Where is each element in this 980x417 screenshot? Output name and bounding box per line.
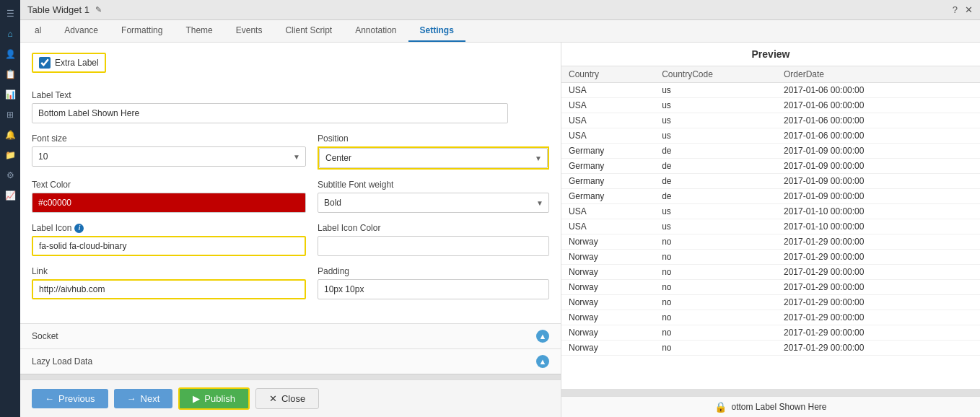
table-row: Norway no 2017-01-29 00:00:00 (561, 234, 980, 250)
next-button[interactable]: → Next (114, 389, 173, 408)
tab-theme[interactable]: Theme (174, 20, 224, 42)
title-bar-left: Table Widget 1 ✎ (27, 4, 102, 15)
cell-code: no (655, 280, 776, 295)
table-row: USA us 2017-01-06 00:00:00 (561, 83, 980, 98)
publish-button[interactable]: ▶ Publish (178, 387, 250, 410)
cell-date: 2017-01-06 00:00:00 (776, 113, 953, 128)
padding-col: Padding (318, 266, 549, 299)
cell-date: 2017-01-29 00:00:00 (776, 250, 953, 265)
tab-advance[interactable]: Advance (53, 20, 110, 42)
footer-lock-icon: 🔒 (714, 401, 727, 413)
preview-table: Country CountryCode OrderDate USA us 201… (561, 66, 980, 356)
link-label: Link (32, 266, 306, 276)
label-icon-label: Label Icon (32, 223, 71, 233)
cell-code: no (655, 250, 776, 265)
tab-client-script[interactable]: Client Script (274, 20, 344, 42)
cell-code: no (655, 341, 776, 356)
label-icon-info-icon[interactable]: i (74, 224, 84, 233)
label-icon-input[interactable] (32, 236, 306, 256)
cell-extra (953, 204, 980, 219)
cell-date: 2017-01-29 00:00:00 (776, 325, 953, 341)
extra-label-checkbox[interactable] (39, 57, 51, 69)
previous-label: Previous (58, 393, 95, 404)
cell-extra (953, 295, 980, 310)
label-icon-color-input[interactable] (318, 236, 549, 256)
sidebar-icon-charts[interactable]: 📊 (2, 87, 18, 102)
sidebar-icon-users[interactable]: 👤 (2, 46, 18, 62)
tab-formatting[interactable]: Formatting (110, 20, 174, 42)
cell-extra (953, 341, 980, 356)
cell-country: Norway (561, 341, 655, 356)
title-bar-right: ? ✕ (953, 4, 973, 15)
tab-settings[interactable]: Settings (408, 20, 465, 42)
lazy-load-section[interactable]: Lazy Load Data ▲ (20, 348, 561, 374)
label-icon-col: Label Icon i (32, 223, 306, 256)
sidebar-icon-home[interactable]: ⌂ (2, 26, 18, 42)
tab-al[interactable]: al (23, 20, 53, 42)
tabs-bar: al Advance Formatting Theme Events Clien… (20, 20, 980, 43)
table-row: USA us 2017-01-10 00:00:00 (561, 204, 980, 219)
cell-date: 2017-01-10 00:00:00 (776, 204, 953, 219)
sidebar-icon-files[interactable]: 📁 (2, 147, 18, 163)
cell-date: 2017-01-29 00:00:00 (776, 234, 953, 250)
font-size-col: Font size 10121416 ▼ (32, 133, 306, 170)
socket-collapse-icon: ▲ (536, 330, 549, 343)
link-input[interactable] (32, 279, 306, 299)
cell-code: us (655, 128, 776, 144)
position-col: Position LeftCenterRight ▼ (318, 133, 549, 170)
close-window-button[interactable]: ✕ (965, 4, 973, 15)
extra-label-label: Extra Label (55, 58, 99, 68)
table-row: Norway no 2017-01-29 00:00:00 (561, 265, 980, 280)
socket-section[interactable]: Socket ▲ (20, 323, 561, 348)
cell-country: Germany (561, 159, 655, 174)
cell-date: 2017-01-29 00:00:00 (776, 280, 953, 295)
sidebar-icon-analytics[interactable]: 📈 (2, 188, 18, 203)
sidebar-icon-settings[interactable]: ⚙ (2, 167, 18, 183)
cell-code: no (655, 295, 776, 310)
cell-code: us (655, 83, 776, 98)
font-size-label: Font size (32, 133, 306, 144)
title-bar: Table Widget 1 ✎ ? ✕ (20, 0, 980, 20)
position-select[interactable]: LeftCenterRight (319, 148, 548, 168)
font-size-select[interactable]: 10121416 (32, 146, 306, 167)
sidebar-icon-menu[interactable]: ☰ (2, 6, 18, 22)
subtitle-font-weight-select[interactable]: NormalBoldBolder (318, 193, 549, 213)
sidebar-icon-widgets[interactable]: ⊞ (2, 107, 18, 123)
preview-table-wrapper[interactable]: Country CountryCode OrderDate USA us 201… (561, 66, 980, 389)
sidebar-icon-reports[interactable]: 📋 (2, 66, 18, 82)
table-row: Norway no 2017-01-29 00:00:00 (561, 325, 980, 341)
cell-date: 2017-01-09 00:00:00 (776, 144, 953, 159)
sidebar-icon-alerts[interactable]: 🔔 (2, 127, 18, 143)
preview-h-scrollbar[interactable] (561, 389, 980, 396)
previous-button[interactable]: ← Previous (32, 389, 108, 408)
font-size-position-row: Font size 10121416 ▼ Position LeftCe (32, 133, 549, 170)
edit-title-icon[interactable]: ✎ (95, 5, 102, 14)
cell-country: Norway (561, 280, 655, 295)
cell-extra (953, 159, 980, 174)
table-row: Germany de 2017-01-09 00:00:00 (561, 174, 980, 189)
cell-country: USA (561, 113, 655, 128)
tab-annotation[interactable]: Annotation (344, 20, 408, 42)
close-label: Close (281, 393, 305, 404)
previous-arrow-icon: ← (45, 393, 54, 404)
cell-country: Norway (561, 265, 655, 280)
footer-label-text: ottom Label Shown Here (731, 402, 826, 412)
col-header-extra (953, 66, 980, 83)
close-button[interactable]: ✕ Close (255, 388, 319, 409)
text-color-input[interactable]: #c00000 (32, 193, 306, 213)
tab-events[interactable]: Events (224, 20, 274, 42)
table-row: USA us 2017-01-06 00:00:00 (561, 113, 980, 128)
label-text-input[interactable] (32, 103, 508, 123)
cell-country: Norway (561, 295, 655, 310)
help-button[interactable]: ? (953, 4, 958, 15)
cell-code: de (655, 189, 776, 204)
next-label: Next (141, 393, 160, 404)
label-icon-row: Label Icon i Label Icon Color (32, 223, 549, 256)
label-icon-color-col: Label Icon Color (318, 223, 549, 256)
next-arrow-icon: → (127, 393, 136, 404)
text-color-label: Text Color (32, 180, 306, 190)
publish-play-icon: ▶ (193, 393, 200, 404)
label-icon-color-label: Label Icon Color (318, 223, 549, 233)
padding-input[interactable] (318, 279, 549, 299)
cell-code: de (655, 144, 776, 159)
